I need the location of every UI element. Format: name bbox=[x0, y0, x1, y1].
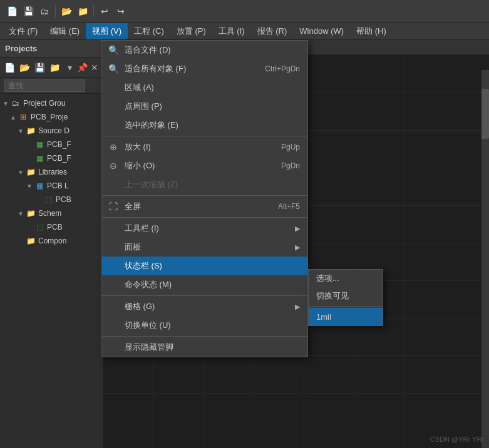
panel-new-button[interactable]: 📄 bbox=[3, 61, 16, 74]
tree-item-libraries[interactable]: ▼ 📁 Libraries bbox=[0, 165, 103, 179]
schempcb-icon: ⬚ bbox=[34, 221, 45, 233]
view-dropdown-menu: 🔍 适合文件 (D) 🔍 适合所有对象 (F) Ctrl+PgDn 区域 (A)… bbox=[101, 40, 308, 357]
dd-point-around[interactable]: 点周围 (P) bbox=[102, 97, 307, 116]
toolbar: 📄 💾 🗂 📂 📁 ↩ ↪ bbox=[0, 0, 489, 23]
dd-grid-label: 栅格 (G) bbox=[125, 301, 155, 312]
dd-fullscreen-label: 全屏 bbox=[125, 201, 141, 212]
save-button[interactable]: 💾 bbox=[21, 4, 35, 18]
dd-panels[interactable]: 面板 ▶ bbox=[102, 238, 307, 257]
panel-dropdown-button[interactable]: ▾ bbox=[64, 62, 75, 73]
tree-item-pcb-lib[interactable]: ▼ ▦ PCB L bbox=[0, 179, 103, 193]
panel-close-button[interactable]: ✕ bbox=[89, 62, 100, 73]
panel-pin-button[interactable]: 📌 bbox=[76, 62, 88, 73]
sub-toggle-visible[interactable]: 切换可见 bbox=[309, 287, 383, 305]
project-tree: ▼ 🗂 Project Grou ▲ ⊞ PCB_Proje ▼ 📁 Sourc… bbox=[0, 94, 103, 448]
dd-grid[interactable]: 栅格 (G) ▶ bbox=[102, 297, 307, 316]
grid-submenu: 选项... 切换可见 1mil bbox=[308, 269, 383, 326]
tree-item-pcb-project[interactable]: ▲ ⊞ PCB_Proje bbox=[0, 110, 103, 124]
label-compon: Compon bbox=[38, 237, 66, 245]
dd-panels-label: 面板 bbox=[125, 242, 141, 253]
dd-point-around-label: 点周围 (P) bbox=[125, 101, 162, 112]
tree-item-source[interactable]: ▼ 📁 Source D bbox=[0, 124, 103, 138]
dd-cmd-status-label: 命令状态 (M) bbox=[125, 279, 172, 290]
menu-place[interactable]: 放置 (P) bbox=[170, 23, 212, 39]
dd-show-hidden-pins[interactable]: 显示隐藏管脚 bbox=[102, 338, 307, 357]
dd-sep3 bbox=[102, 217, 307, 218]
pcbfile1-icon: ▦ bbox=[34, 139, 45, 150]
menubar: 文件 (F) 编辑 (E) 视图 (V) 工程 (C) 放置 (P) 工具 (I… bbox=[0, 23, 489, 40]
dd-sep1 bbox=[102, 136, 307, 136]
dd-prev-zoom-label: 上一次缩放 (Z) bbox=[125, 179, 178, 190]
vertical-scrollbar[interactable] bbox=[481, 70, 489, 448]
sub-toggle-visible-label: 切换可见 bbox=[316, 290, 349, 302]
toolbar-separator-1 bbox=[55, 5, 56, 18]
panel-open-button[interactable]: 📂 bbox=[18, 61, 31, 74]
search-bar bbox=[0, 78, 103, 94]
sub-sep bbox=[309, 306, 383, 307]
menu-view[interactable]: 视图 (V) bbox=[86, 23, 128, 39]
tree-item-schem[interactable]: ▼ 📁 Schem bbox=[0, 206, 103, 220]
arrow-source: ▼ bbox=[18, 128, 25, 135]
tree-item-schem-pcb[interactable]: ⬚ PCB bbox=[0, 220, 103, 234]
label-pcb-project: PCB_Proje bbox=[31, 113, 68, 121]
menu-window[interactable]: Window (W) bbox=[293, 24, 350, 38]
label-pcb-lib: PCB L bbox=[47, 181, 69, 190]
dd-show-hidden-pins-label: 显示隐藏管脚 bbox=[125, 342, 173, 353]
dd-sep5 bbox=[102, 336, 307, 337]
sub-grid-1mil[interactable]: 1mil bbox=[309, 308, 383, 325]
fullscreen-icon: ⛶ bbox=[107, 201, 120, 211]
dd-fit-doc[interactable]: 🔍 适合文件 (D) bbox=[102, 41, 307, 59]
panel-save-button[interactable]: 💾 bbox=[33, 61, 46, 74]
search-input[interactable] bbox=[4, 79, 85, 92]
tree-item-pcb-lib-item[interactable]: ⬚ PCB bbox=[0, 193, 103, 206]
dd-zoom-out-shortcut: PgDn bbox=[281, 161, 300, 170]
panel-toolbar: 📄 📂 💾 📁 ▾ 📌 ✕ bbox=[0, 58, 103, 78]
dd-fit-all-label: 适合所有对象 (F) bbox=[125, 63, 186, 74]
label-schem: Schem bbox=[38, 209, 61, 218]
tree-item-project-group[interactable]: ▼ 🗂 Project Grou bbox=[0, 96, 103, 110]
scroll-thumb[interactable] bbox=[481, 89, 489, 139]
menu-help[interactable]: 帮助 (H) bbox=[350, 23, 393, 39]
tree-item-pcb-f1[interactable]: ▦ PCB_F bbox=[0, 138, 103, 151]
folder-compon-icon: 📁 bbox=[25, 235, 36, 247]
dd-prev-zoom[interactable]: 上一次缩放 (Z) bbox=[102, 175, 307, 194]
folder-libraries-icon: 📁 bbox=[25, 166, 36, 178]
menu-edit[interactable]: 编辑 (E) bbox=[44, 23, 86, 39]
arrow-project-group: ▼ bbox=[3, 100, 10, 107]
dd-toggle-unit[interactable]: 切换单位 (U) bbox=[102, 316, 307, 335]
tree-item-pcb-f2[interactable]: ▦ PCB_F bbox=[0, 151, 103, 165]
sub-grid-options[interactable]: 选项... bbox=[309, 270, 383, 287]
dd-zoom-out[interactable]: ⊖ 缩小 (O) PgDn bbox=[102, 156, 307, 175]
dd-grid-arrow: ▶ bbox=[295, 303, 300, 311]
dd-toolbar[interactable]: 工具栏 (I) ▶ bbox=[102, 219, 307, 238]
menu-tools[interactable]: 工具 (I) bbox=[212, 23, 251, 39]
dd-zoom-in-label: 放大 (I) bbox=[125, 141, 151, 153]
menu-report[interactable]: 报告 (R) bbox=[251, 23, 294, 39]
arrow-libraries: ▼ bbox=[18, 169, 25, 176]
save-all-button[interactable]: 🗂 bbox=[38, 4, 51, 18]
undo-button[interactable]: ↩ bbox=[98, 4, 111, 18]
tree-item-compon[interactable]: 📁 Compon bbox=[0, 234, 103, 248]
dd-area[interactable]: 区域 (A) bbox=[102, 78, 307, 97]
dd-cmd-status[interactable]: 命令状态 (M) bbox=[102, 275, 307, 294]
open-button[interactable]: 📂 bbox=[59, 4, 73, 18]
redo-button[interactable]: ↪ bbox=[114, 4, 128, 18]
new-button[interactable]: 📄 bbox=[5, 4, 19, 18]
grid-h9 bbox=[103, 393, 489, 394]
label-source: Source D bbox=[38, 126, 69, 135]
toolbar-separator-2 bbox=[93, 5, 94, 18]
dd-zoom-in-shortcut: PgUp bbox=[281, 143, 300, 151]
panel-browse-button[interactable]: 📁 bbox=[48, 61, 61, 74]
menu-project[interactable]: 工程 (C) bbox=[128, 23, 170, 39]
menu-file[interactable]: 文件 (F) bbox=[3, 23, 44, 39]
arrow-pcb-lib: ▼ bbox=[26, 183, 34, 190]
dd-fit-all[interactable]: 🔍 适合所有对象 (F) Ctrl+PgDn bbox=[102, 59, 307, 78]
grid-v5 bbox=[354, 55, 354, 448]
dd-zoom-in[interactable]: ⊕ 放大 (I) PgUp bbox=[102, 138, 307, 156]
dd-fullscreen[interactable]: ⛶ 全屏 Alt+F5 bbox=[102, 197, 307, 216]
pcbfile2-icon: ▦ bbox=[34, 153, 45, 164]
dd-statusbar[interactable]: 状态栏 (S) bbox=[102, 257, 307, 275]
browse-button[interactable]: 📁 bbox=[76, 4, 90, 18]
panel-header: Projects bbox=[0, 40, 103, 58]
dd-selected[interactable]: 选中的对象 (E) bbox=[102, 116, 307, 135]
